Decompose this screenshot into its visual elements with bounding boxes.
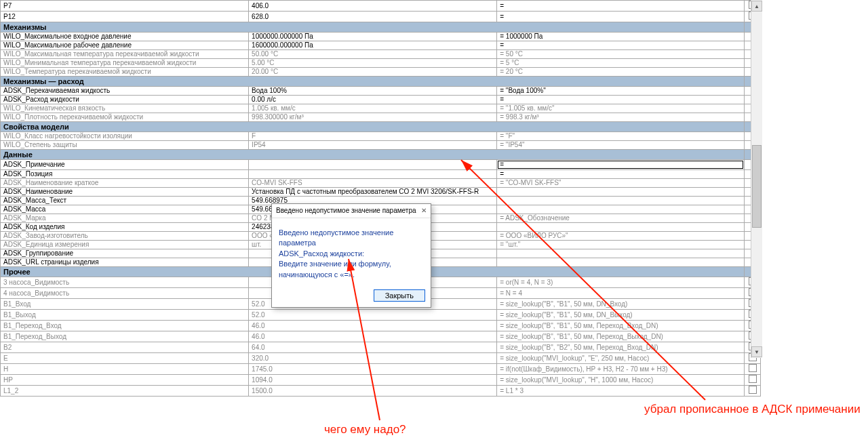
- param-name[interactable]: ADSK_Единица измерения: [1, 241, 249, 249]
- checkbox-icon[interactable]: [749, 375, 757, 383]
- param-formula[interactable]: = "Вода 100%": [497, 87, 745, 96]
- param-formula[interactable]: = ADSK_Обозначение: [497, 214, 745, 223]
- param-formula[interactable]: =: [497, 96, 745, 104]
- param-name[interactable]: ADSK_URL страницы изделия: [1, 258, 249, 267]
- param-name[interactable]: B1_Вход: [1, 299, 249, 310]
- param-name[interactable]: ADSK_Группирование: [1, 249, 249, 258]
- param-name[interactable]: 3 насоса_Видимость: [1, 277, 249, 288]
- param-name[interactable]: WILO_Максимальное входное давление: [1, 33, 249, 41]
- param-name[interactable]: HP: [1, 375, 249, 386]
- param-name[interactable]: WILO_Плотность перекачиваемой жидкости: [1, 113, 249, 122]
- param-name[interactable]: B1_Переход_Выход: [1, 331, 249, 342]
- param-name[interactable]: ADSK_Код изделия: [1, 223, 249, 232]
- param-value[interactable]: 5.00 °C: [249, 59, 497, 68]
- param-formula[interactable]: [497, 197, 745, 205]
- param-value[interactable]: 406.0: [249, 1, 497, 12]
- param-value[interactable]: 46.0: [249, 321, 497, 331]
- param-formula[interactable]: = size_lookup("MVI_lookup", "H", 1000 мм…: [497, 375, 745, 386]
- group-header[interactable]: Механизмы — расход: [1, 77, 745, 87]
- group-header[interactable]: Данные: [1, 150, 745, 160]
- param-name[interactable]: E: [1, 353, 249, 364]
- param-formula[interactable]: = size_lookup("B", "B1", 50 мм, Переход_…: [497, 321, 745, 331]
- scroll-up-icon[interactable]: ▲: [751, 1, 762, 12]
- param-name[interactable]: B1_Переход_Вход: [1, 321, 249, 331]
- param-value[interactable]: 50.00 °C: [249, 50, 497, 59]
- param-formula[interactable]: =: [497, 160, 745, 170]
- param-value[interactable]: 1500.0: [249, 386, 497, 397]
- param-name[interactable]: P7: [1, 1, 249, 12]
- param-formula[interactable]: =: [497, 12, 745, 22]
- param-value[interactable]: 1745.0: [249, 364, 497, 375]
- param-name[interactable]: ADSK_Перекачиваемая жидкость: [1, 87, 249, 96]
- param-formula[interactable]: = 50 °C: [497, 50, 745, 59]
- param-formula[interactable]: = "1.005 кв. мм/с": [497, 104, 745, 113]
- param-formula[interactable]: =: [497, 1, 745, 12]
- param-name[interactable]: WILO_Температура перекачиваемой жидкости: [1, 68, 249, 77]
- param-formula[interactable]: =: [497, 41, 745, 50]
- param-name[interactable]: ADSK_Позиция: [1, 170, 249, 179]
- param-name[interactable]: ADSK_Завод-изготовитель: [1, 232, 249, 241]
- param-formula[interactable]: [497, 188, 745, 197]
- param-name[interactable]: ADSK_Масса: [1, 205, 249, 214]
- param-value[interactable]: 998.300000 кг/м³: [249, 113, 497, 122]
- param-value[interactable]: Установка ПД с частотным преобразователе…: [249, 188, 497, 197]
- param-value[interactable]: 52.0: [249, 310, 497, 321]
- param-formula[interactable]: =: [497, 170, 745, 179]
- param-name[interactable]: ADSK_Масса_Текст: [1, 197, 249, 205]
- param-name[interactable]: ADSK_Расход жидкости: [1, 96, 249, 104]
- param-formula[interactable]: = "F": [497, 132, 745, 141]
- param-name[interactable]: B2: [1, 342, 249, 353]
- param-value[interactable]: 64.0: [249, 342, 497, 353]
- param-name[interactable]: ADSK_Марка: [1, 214, 249, 223]
- param-formula[interactable]: = "IP54": [497, 141, 745, 150]
- param-formula[interactable]: = or(N = 4, N = 3): [497, 277, 745, 288]
- param-name[interactable]: WILO_Кинематическая вязкость: [1, 104, 249, 113]
- param-formula[interactable]: [497, 205, 745, 214]
- param-value[interactable]: 46.0: [249, 331, 497, 342]
- param-name[interactable]: WILO_Максимальное рабочее давление: [1, 41, 249, 50]
- formula-edit-input[interactable]: =: [498, 161, 743, 169]
- param-value[interactable]: 1600000.000000 Па: [249, 41, 497, 50]
- param-formula[interactable]: = N = 4: [497, 288, 745, 299]
- param-value[interactable]: 628.0: [249, 12, 497, 22]
- param-name[interactable]: WILO_Минимальная температура перекачивае…: [1, 59, 249, 68]
- parameter-table[interactable]: P7406.0=P12628.0=Механизмы⌃WILO_Максимал…: [0, 0, 761, 397]
- param-value[interactable]: 320.0: [249, 353, 497, 364]
- param-formula[interactable]: = if(not(Шкаф_Видимость), HP + H3, H2 - …: [497, 364, 745, 375]
- lock-checkbox-cell[interactable]: [745, 386, 761, 397]
- close-icon[interactable]: ✕: [421, 204, 427, 218]
- param-formula[interactable]: = "CO-MVI SK-FFS": [497, 179, 745, 188]
- param-formula[interactable]: = size_lookup("B", "B1", 50 мм, DN_Вход): [497, 299, 745, 310]
- param-name[interactable]: B1_Выход: [1, 310, 249, 321]
- scroll-down-icon[interactable]: ▼: [751, 346, 762, 357]
- group-header[interactable]: Механизмы: [1, 22, 745, 33]
- param-value[interactable]: CO-MVI SK-FFS: [249, 179, 497, 188]
- param-formula[interactable]: = 998.3 кг/м³: [497, 113, 745, 122]
- param-formula[interactable]: [497, 223, 745, 232]
- param-formula[interactable]: = size_lookup("B", "B1", 50 мм, Переход_…: [497, 331, 745, 342]
- param-value[interactable]: IP54: [249, 141, 497, 150]
- param-name[interactable]: L1_2: [1, 386, 249, 397]
- param-formula[interactable]: = "шт.": [497, 241, 745, 249]
- lock-checkbox-cell[interactable]: [745, 364, 761, 375]
- param-name[interactable]: WILO_Максимальная температура перекачива…: [1, 50, 249, 59]
- group-header[interactable]: Свойства модели: [1, 122, 745, 132]
- param-value[interactable]: Вода 100%: [249, 87, 497, 96]
- param-value[interactable]: 0.00 л/с: [249, 96, 497, 104]
- param-value[interactable]: [249, 160, 497, 170]
- param-name[interactable]: ADSK_Наименование краткое: [1, 179, 249, 188]
- param-name[interactable]: P12: [1, 12, 249, 22]
- param-value[interactable]: 1000000.000000 Па: [249, 33, 497, 41]
- param-formula[interactable]: = 5 °C: [497, 59, 745, 68]
- param-formula[interactable]: = L1 * 3: [497, 386, 745, 397]
- param-name[interactable]: 4 насоса_Видимость: [1, 288, 249, 299]
- lock-checkbox-cell[interactable]: [745, 375, 761, 386]
- scroll-thumb[interactable]: [752, 145, 762, 228]
- param-formula[interactable]: [497, 249, 745, 258]
- param-value[interactable]: [249, 170, 497, 179]
- param-value[interactable]: F: [249, 132, 497, 141]
- vertical-scrollbar[interactable]: ▲ ▼: [751, 0, 762, 358]
- param-name[interactable]: WILO_Класс нагревостойкости изоляции: [1, 132, 249, 141]
- param-value[interactable]: 20.00 °C: [249, 68, 497, 77]
- param-value[interactable]: 1094.0: [249, 375, 497, 386]
